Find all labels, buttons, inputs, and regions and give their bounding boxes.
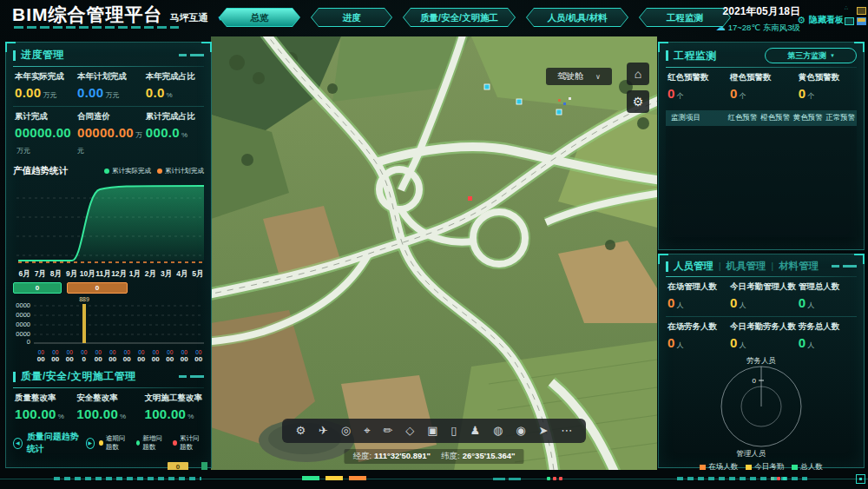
- hide-dashboard-button[interactable]: ⚙ 隐藏看板: [797, 14, 844, 26]
- brand-underline-decor: [14, 26, 179, 29]
- legend-dot-actual: [104, 169, 109, 174]
- stat-orange-alerts: 橙色预警数 0个: [730, 72, 799, 102]
- bar-x-axis-totals: 00000000000000000000000: [6, 355, 211, 366]
- settings-icon[interactable]: ⚙: [295, 419, 306, 443]
- svg-text:0: 0: [27, 338, 30, 346]
- personnel-stats-row1: 在场管理人数 0人 今日考勤管理人数 0人 管理总人数 0人: [659, 277, 864, 316]
- scatter-icon[interactable]: ∴: [845, 7, 852, 13]
- personnel-stats-row2: 在场劳务人数 0人 今日考勤劳务人数 0人 劳务总人数 0人: [659, 317, 864, 356]
- camera-pin-icon[interactable]: ◉: [516, 419, 525, 443]
- stat-attendance-laborers: 今日考勤劳务人数 0人: [730, 321, 799, 351]
- gear-icon: ⚙: [797, 15, 806, 26]
- tab-overview[interactable]: 总览: [219, 8, 300, 27]
- stat-civilized-rate: 文明施工整改率 100.00%: [145, 393, 203, 422]
- section-accent-bar: [13, 50, 16, 61]
- person-view-icon[interactable]: ♟: [470, 419, 480, 443]
- personnel-tabs: 人员管理 | 机具管理 | 材料管理: [659, 254, 864, 275]
- cloud-icon: ☁: [716, 22, 726, 32]
- stat-cumulative-done: 累计完成 00000.00万元: [15, 111, 77, 156]
- tab-personnel-equipment[interactable]: 人员/机具/材料: [526, 8, 628, 27]
- cockpit-label: 驾驶舱: [557, 70, 583, 83]
- bar-x-axis-values: 000000000000000000000000: [6, 349, 211, 355]
- longitude-value: 111°32'50.891": [374, 451, 431, 460]
- app-title: BIM综合管理平台: [12, 3, 163, 27]
- caret-down-icon: ▾: [831, 52, 834, 59]
- tab-personnel[interactable]: 人员管理: [674, 260, 713, 273]
- cyan-panel-icon[interactable]: [845, 17, 854, 25]
- flag-icon[interactable]: [857, 17, 866, 25]
- tab-materials[interactable]: 材料管理: [779, 260, 819, 273]
- map-viewport[interactable]: 驾驶舱 ∨ ⌂ ⚙ ⚙✈◎⌖✏◇▣▯♟◍◉➤⋯ 经度:111°32'50.891…: [211, 36, 657, 471]
- monitoring-source-dropdown[interactable]: 第三方监测 ▾: [765, 48, 857, 63]
- output-trend-chart: [10, 179, 207, 266]
- section-decor: [832, 265, 857, 268]
- measure-icon[interactable]: ✏: [383, 419, 392, 443]
- corner-marker: [856, 474, 865, 484]
- nav-tabs: 总览 进度 质量/安全/文明施工 人员/机具/材料 工程监测: [219, 8, 731, 27]
- bar-value-label: 889: [79, 296, 89, 302]
- home-icon: ⌂: [635, 67, 641, 81]
- section-decor: [179, 375, 204, 378]
- trend-legend: 累计实际完成 累计计划完成: [104, 167, 204, 175]
- progress-stats-row1: 本年实际完成 0.00万元 本年计划完成 0.00万元 本年完成占比 0.0%: [6, 67, 211, 106]
- latitude-label: 纬度:: [441, 451, 460, 460]
- weather-text: 17~28℃ 东南风3级: [728, 23, 800, 32]
- map-toolbar: ⚙✈◎⌖✏◇▣▯♟◍◉➤⋯: [282, 419, 586, 443]
- zoom-handle-right[interactable]: 0: [67, 282, 128, 294]
- next-chart-button[interactable]: ▶: [86, 438, 95, 449]
- radar-tick: 0: [753, 377, 757, 385]
- longitude-label: 经度:: [352, 451, 372, 460]
- current-date: 2021年05月18日: [716, 4, 800, 19]
- tab-equipment[interactable]: 机具管理: [727, 260, 766, 273]
- section-accent-bar: [13, 372, 16, 382]
- roam-controller-icon[interactable]: ⌖: [364, 419, 370, 443]
- legend-dot-cumulative: [173, 440, 177, 446]
- stat-onsite-laborers: 在场劳务人数 0人: [667, 321, 730, 351]
- header-datetime: 2021年05月18日 ☁17~28℃ 东南风3级: [716, 4, 800, 34]
- model-box-icon[interactable]: ◇: [405, 419, 414, 443]
- more-tools-icon[interactable]: ⋯: [561, 419, 572, 443]
- svg-text:0000: 0000: [16, 301, 30, 309]
- stat-year-plan: 本年计划完成 0.00万元: [77, 71, 146, 101]
- latitude-value: 26°35'15.364": [463, 451, 516, 460]
- project-name[interactable]: 马坪互通: [170, 11, 208, 24]
- quality-section-title: 质量/安全/文明施工管理: [21, 369, 136, 384]
- personnel-panel: 人员管理 | 机具管理 | 材料管理 在场管理人数 0人 今日考勤管理人数 0人…: [658, 254, 865, 468]
- remove-pin-icon[interactable]: ◍: [493, 419, 503, 443]
- prev-chart-button[interactable]: ◀: [13, 438, 23, 449]
- monitoring-table-body[interactable]: [666, 126, 857, 237]
- progress-stats-row2: 累计完成 00000.00万元 合同造价 00000.00万元 累计完成占比 0…: [6, 107, 211, 162]
- stat-attendance-managers: 今日考勤管理人数 0人: [730, 281, 799, 311]
- legend-dot-new: [136, 440, 141, 446]
- cockpit-dropdown[interactable]: 驾驶舱 ∨: [546, 68, 612, 85]
- chevron-down-icon: ∨: [595, 73, 601, 81]
- flag-pin-icon[interactable]: ➤: [539, 419, 549, 443]
- legend-dot-overdue: [99, 440, 103, 446]
- zoom-handle-left[interactable]: 0: [13, 282, 62, 294]
- svg-text:0000: 0000: [16, 330, 30, 338]
- tab-quality-safety[interactable]: 质量/安全/文明施工: [403, 8, 516, 27]
- monitoring-table-header: 监测项目 红色预警 橙色预警 黄色预警 正常预警: [666, 110, 857, 126]
- monthly-bar-chart: 0000 0000 0000 0000 0 889: [10, 295, 207, 346]
- monitoring-section-title: 工程监测: [674, 49, 717, 63]
- home-view-button[interactable]: ⌂: [627, 63, 649, 85]
- split-view-icon[interactable]: ▯: [450, 419, 457, 443]
- yellow-panel-icon[interactable]: [857, 7, 866, 15]
- section-accent-bar: [666, 261, 668, 272]
- tab-progress[interactable]: 进度: [311, 8, 392, 27]
- svg-text:0000: 0000: [16, 320, 30, 328]
- left-panel: 进度管理 本年实际完成 0.00万元 本年计划完成 0.00万元 本年完成占比 …: [5, 42, 212, 468]
- bar-september[interactable]: [82, 304, 86, 343]
- radar-axis-top: 劳务人员: [746, 356, 776, 365]
- stat-contract-price: 合同造价 00000.00万元: [77, 111, 146, 156]
- personnel-radar-chart: 劳务人员 0 管理人员: [659, 356, 864, 462]
- flyover-icon[interactable]: ✈: [319, 419, 328, 443]
- stat-yellow-alerts: 黄色预警数 0个: [799, 72, 855, 102]
- svg-text:0000: 0000: [16, 311, 30, 319]
- section-accent-bar: [666, 50, 668, 61]
- quality-trend-title: 质量问题趋势统计: [27, 431, 82, 455]
- viewpoint-icon[interactable]: ◎: [341, 419, 351, 443]
- shield-icon[interactable]: ▣: [427, 419, 437, 443]
- map-settings-button[interactable]: ⚙: [627, 90, 649, 113]
- monitoring-panel: 工程监测 第三方监测 ▾ 红色预警数 0个 橙色预警数 0个 黄色预警数 0个 …: [658, 42, 865, 250]
